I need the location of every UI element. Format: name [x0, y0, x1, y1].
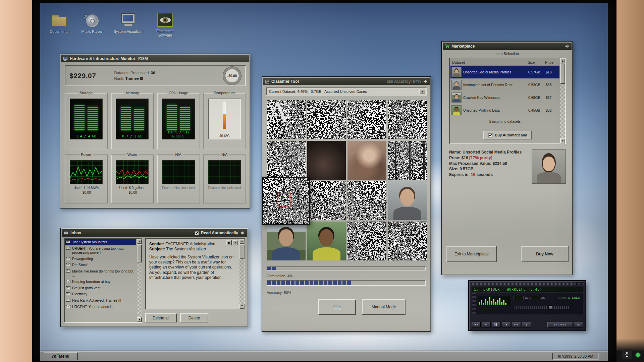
classifier-cell[interactable] [388, 222, 427, 260]
marketplace-titlebar[interactable]: Marketplace [443, 43, 572, 50]
hardware-monitor-titlebar[interactable]: Hardware & Infrastructure Monitor: #18M [61, 55, 249, 62]
classifier-cell[interactable] [347, 100, 386, 139]
read-automatically-checkbox[interactable] [195, 231, 199, 235]
speaker-icon[interactable] [423, 79, 428, 83]
minimize-icon[interactable] [574, 282, 577, 285]
inbox-list[interactable]: The System VisualizerURGENT: You are usi… [64, 238, 142, 323]
inbox-email-item[interactable]: The System Visualizer [65, 239, 136, 245]
scroll-up-icon[interactable]: ▲ [137, 239, 142, 244]
dataset-progress-fill [267, 267, 276, 270]
classifier-cell[interactable] [267, 222, 306, 260]
classifier-cell[interactable] [347, 222, 386, 260]
exit-marketplace-button[interactable]: Exit to Marketplace [446, 246, 497, 262]
close-icon[interactable] [581, 282, 584, 285]
classifier-titlebar[interactable]: Classifier Tool Total Accuracy: 84% [263, 78, 430, 85]
classifier-cell[interactable] [307, 141, 346, 180]
previous-track-button[interactable]: ◄◄ [472, 322, 481, 327]
desktop-icon-system-visualizer[interactable]: System Visualizer [112, 13, 144, 34]
volume-thumb[interactable] [548, 305, 552, 310]
buy-automatically-checkbox[interactable] [488, 133, 492, 137]
marketplace-scrollbar[interactable]: ▲ ▼ [560, 58, 565, 143]
classifier-cell[interactable] [262, 177, 310, 225]
classifier-cell[interactable]: A [267, 100, 306, 139]
shuffle-button[interactable]: SHUFFLE [547, 322, 573, 327]
dataset-row[interactable]: Unsorted Social Media Profiles0.57GB$18 [450, 66, 559, 78]
classifier-cell[interactable] [307, 100, 346, 139]
scroll-up-icon[interactable]: ▲ [560, 58, 565, 63]
water-panel: Water Used: 8.0 gallons -$0.00 [111, 155, 154, 203]
classifier-cell[interactable] [388, 100, 427, 139]
inbox-titlebar[interactable]: Inbox Read Automatically [62, 229, 247, 237]
classifier-cell[interactable] [307, 181, 346, 220]
temperature-meter: Temperature 49.6°C [203, 93, 246, 149]
eq-button[interactable]: EQ [574, 322, 583, 327]
inbox-email-item[interactable]: Maybe I've been doing this too long but … [65, 268, 136, 279]
desktop-icon-faceminer[interactable]: Faceminer Software [149, 13, 181, 37]
dataset-progress-bar [267, 266, 426, 270]
inbox-email-item[interactable]: Re: Stuck! [65, 262, 136, 268]
status-dot-icon[interactable] [635, 352, 641, 358]
inbox-email-item[interactable]: Downgrading [65, 256, 136, 262]
dataset-row[interactable]: Unsorted Profiling Data0.45GB$32 [450, 104, 559, 117]
dataset-row[interactable]: Incomplete set of Persons Requ...0.53GB$… [450, 78, 559, 91]
inbox-email-item[interactable]: URGENT: You are using too much processin… [65, 245, 136, 256]
envelope-icon [66, 247, 70, 250]
pause-reading-button[interactable] [226, 240, 232, 245]
eye-icon [157, 13, 173, 27]
envelope-icon [66, 299, 70, 302]
classifier-cell[interactable] [307, 222, 346, 260]
scroll-down-icon[interactable]: ▼ [137, 317, 142, 322]
scene: Documents ♪ Music Player System Visualiz… [0, 0, 644, 362]
scroll-down-icon[interactable]: ▼ [239, 304, 245, 309]
classifier-cell[interactable] [388, 181, 427, 220]
speaker-icon[interactable] [565, 44, 570, 48]
detail-maxvalue-value: $234.50 [492, 161, 507, 166]
menu-button[interactable]: m Menu [44, 352, 78, 360]
inbox-email-item[interactable]: New Rank Achieved: Trainee III [65, 297, 136, 304]
eject-button[interactable]: ▲ [522, 322, 531, 327]
icon-label: System Visualizer [112, 29, 144, 34]
classifier-cell[interactable] [347, 181, 386, 220]
classifier-cell[interactable] [347, 141, 386, 180]
classifier-cell[interactable] [388, 141, 427, 180]
buy-automatically-toggle[interactable]: Buy Automatically [483, 131, 532, 139]
icon-label: Faceminer Software [149, 29, 181, 37]
dataset-row[interactable]: Crawled Key Witnesses0.69GB$62 [450, 91, 559, 104]
desktop-icon-documents[interactable]: Documents [43, 13, 75, 34]
wall-right [616, 0, 644, 362]
khz-label: kHz [541, 297, 545, 300]
next-track-button[interactable]: ►► [512, 322, 521, 327]
delete-button[interactable]: Delete [180, 313, 208, 322]
subject-label: Subject: [149, 247, 165, 251]
dataset-thumbnail [451, 93, 462, 103]
inbox-email-item[interactable]: Keeping boredom at bay [65, 279, 136, 285]
inbox-email-item[interactable]: Electricity [65, 291, 136, 297]
play-button[interactable]: ► [482, 322, 491, 327]
detail-price-value: $18 [462, 156, 468, 160]
delete-all-button[interactable]: Delete all [145, 313, 177, 322]
classifier-cell[interactable] [267, 141, 306, 180]
shade-icon[interactable] [578, 282, 580, 285]
microphone-icon[interactable] [622, 349, 632, 359]
detail-maxvalue-label: Max Processed Value: [449, 161, 491, 166]
desktop-icon-music-player[interactable]: ♪ Music Player [76, 13, 108, 34]
pause-button[interactable]: ▌▌ [492, 322, 501, 327]
scroll-up-icon[interactable]: ▲ [239, 239, 245, 244]
inbox-email-item[interactable]: I've just gotta vent [65, 285, 136, 291]
dataset-dropdown[interactable]: Current Dataset: 4.46% - 0.7GB - Assorte… [266, 87, 427, 96]
stop-button[interactable]: ■ [502, 322, 511, 327]
inbox-scrollbar[interactable]: ▲ ▼ [137, 239, 142, 322]
speaker-icon[interactable] [240, 231, 245, 235]
volume-slider[interactable] [514, 306, 570, 309]
skip-button[interactable]: Skip [318, 299, 356, 315]
window-title: Marketplace [451, 44, 475, 49]
skip-reading-button[interactable]: ▼ [232, 240, 238, 245]
inbox-email-item[interactable]: URGENT: Your balance is [65, 304, 136, 310]
email-scrollbar[interactable]: ▲ ▼ [239, 239, 245, 309]
manual-mode-button[interactable]: Manual Mode [362, 299, 406, 315]
dropdown-arrow-icon[interactable]: ▼ [419, 89, 425, 94]
buy-now-button[interactable]: Buy Now [521, 246, 569, 262]
player-main-display: kbps kHz MONO STEREO [472, 293, 583, 314]
music-player-titlebar[interactable] [470, 282, 585, 286]
scroll-down-icon[interactable]: ▼ [560, 138, 565, 143]
